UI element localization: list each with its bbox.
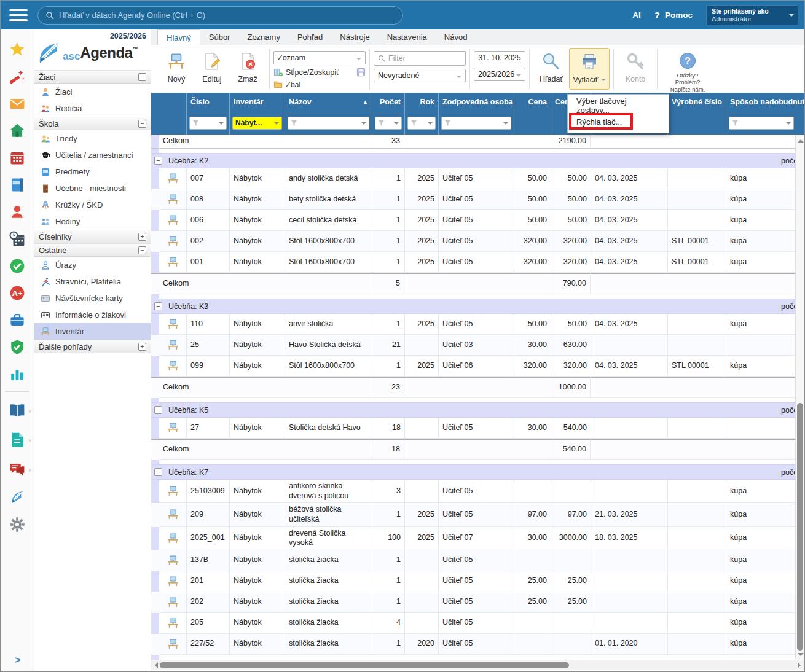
filter-cislo[interactable]	[189, 117, 227, 130]
column-header-nazov[interactable]: Názov ▲	[285, 93, 372, 111]
status-select[interactable]: Nevyradené	[374, 69, 466, 82]
expand-box-icon[interactable]: +	[138, 233, 146, 241]
column-header-cislo[interactable]: Číslo	[186, 93, 229, 111]
rail-button-library-book-icon[interactable]	[1, 396, 34, 425]
sidebar-item-predmety[interactable]: Predmety	[34, 163, 151, 180]
rail-button-mail-icon[interactable]	[1, 90, 34, 117]
tab-Návod[interactable]: Návod	[436, 29, 476, 45]
sidebar-item-ucitelia[interactable]: Učitelia / zamestnanci	[34, 147, 151, 163]
collapse-box-icon[interactable]: −	[138, 120, 146, 128]
inventory-row[interactable]: 007Nábytokandy stolička detská 12025Učit…	[151, 168, 795, 189]
inventory-row[interactable]: 209Nábytokbéžová stolička učiteľská 1202…	[151, 503, 795, 526]
logged-in-user-menu[interactable]: Ste prihlásený ako Administrátor	[706, 5, 798, 25]
sidebar-item-ucebne[interactable]: Učebne - miestnosti	[34, 180, 151, 197]
scroll-right-icon[interactable]	[798, 662, 804, 668]
rail-button-notebook-icon[interactable]	[1, 171, 34, 198]
sidebar-item-inventar[interactable]: Inventár	[34, 323, 151, 340]
tab-Súbor[interactable]: Súbor	[200, 29, 239, 45]
columns-group-button[interactable]: Stĺpce/Zoskupiť	[273, 68, 366, 77]
tab-Nástroje[interactable]: Nástroje	[331, 29, 378, 45]
column-header-sposob-nadobudnutia[interactable]: Spôsob nadobudnutia	[726, 93, 796, 111]
collapse-box-icon[interactable]: −	[138, 73, 146, 81]
ai-button[interactable]: AI	[632, 10, 641, 20]
search-button[interactable]: Hľadať	[533, 48, 569, 90]
print-button[interactable]: Vytlačiť	[569, 48, 610, 90]
rail-button-shield-check-icon[interactable]	[1, 334, 34, 361]
column-header-cena[interactable]: Cena	[514, 93, 551, 111]
sidebar-section-skola[interactable]: Škola −	[34, 117, 151, 130]
scroll-up-icon[interactable]	[798, 136, 804, 143]
expand-rail-chevron[interactable]: >	[1, 654, 34, 666]
tab-Zoznamy[interactable]: Zoznamy	[238, 29, 288, 45]
sidebar-item-informacie-o-ziakovi[interactable]: Informácie o žiakovi	[34, 307, 151, 323]
new-button[interactable]: Nový	[159, 48, 194, 90]
tab-Pohľad[interactable]: Pohľad	[289, 29, 331, 45]
rail-button-bar-chart-icon[interactable]	[1, 361, 34, 388]
contact-help-button[interactable]: Otázky? Problém? Napíšte nám.	[661, 48, 714, 93]
group-header-row[interactable]: − Učebňa: K5 počet	[151, 402, 795, 418]
date-field[interactable]: 31. 10. 2025	[474, 51, 525, 64]
hamburger-menu-icon[interactable]	[9, 9, 28, 21]
rail-button-grades-icon[interactable]	[1, 279, 34, 307]
sidebar-item-hodiny[interactable]: Hodiny	[34, 213, 151, 230]
global-search-input[interactable]: Hľadať v dátach Agendy Online (Ctrl + G)	[37, 6, 403, 25]
tab-Hlavný[interactable]: Hlavný	[157, 29, 200, 45]
column-header-osoba[interactable]: Zodpovedná osoba	[438, 93, 514, 111]
inventory-row[interactable]: 137BNábytokstolička žiacka 1Učiteľ 05 kú…	[151, 550, 795, 571]
vertical-scrollbar-thumb[interactable]	[797, 403, 803, 651]
filter-nazov[interactable]	[288, 117, 369, 130]
horizontal-scrollbar-thumb[interactable]	[160, 662, 569, 668]
group-header-row[interactable]: − Učebňa: K3 počet	[151, 299, 795, 314]
sidebar-item-navstevnicke-karty[interactable]: Návštevnícke karty	[34, 290, 151, 307]
inventory-row[interactable]: 201Nábytokstolička žiacka 1Učiteľ 05 25.…	[151, 571, 795, 592]
collapse-group-icon[interactable]: −	[154, 468, 162, 476]
rail-button-briefcase-icon[interactable]	[1, 307, 34, 334]
save-icon[interactable]	[356, 68, 366, 77]
rail-button-schedule-icon[interactable]	[1, 225, 34, 252]
sidebar-item-urazy[interactable]: Úrazy	[34, 257, 151, 273]
sidebar-section-ciselniky[interactable]: Číselníky +	[34, 230, 151, 243]
horizontal-scrollbar[interactable]	[151, 660, 804, 670]
view-select[interactable]: Zoznam	[273, 51, 366, 64]
rail-button-check-circle-icon[interactable]	[1, 252, 34, 279]
filter-rok[interactable]	[407, 117, 436, 130]
inventory-row[interactable]: 001NábytokStôl 1600x800x700 12025Učiteľ …	[151, 252, 795, 273]
account-button[interactable]: Konto	[618, 48, 653, 90]
sidebar-section-ostatne[interactable]: Ostatné −	[34, 243, 151, 257]
delete-button[interactable]: Zmaž	[230, 48, 265, 90]
rail-button-calendar-icon[interactable]	[1, 144, 34, 171]
inventory-row[interactable]: 006Nábytokcecil stolička detská 12025Uči…	[151, 210, 795, 231]
filter-input[interactable]: Filter	[374, 51, 466, 66]
inventory-row[interactable]: 227/52Nábytokstolička žiacka 12020Učiteľ…	[151, 634, 795, 655]
inventory-row[interactable]: 110Nábytokanvir stolička 12025Učiteľ 05 …	[151, 314, 795, 335]
sidebar-item-ziaci[interactable]: Žiaci	[34, 84, 151, 100]
rail-button-home-icon[interactable]	[1, 117, 34, 144]
sidebar-item-triedy[interactable]: Triedy	[34, 130, 151, 147]
rail-button-gear-icon[interactable]	[1, 511, 34, 538]
scroll-left-icon[interactable]	[152, 662, 158, 668]
tab-Nastavenia[interactable]: Nastavenia	[379, 29, 436, 45]
edit-button[interactable]: Edituj	[194, 48, 230, 90]
column-header-pocet[interactable]: Počet	[372, 93, 404, 111]
collapse-group-icon[interactable]: −	[154, 157, 162, 165]
column-header-vyrobne-cislo[interactable]: Výrobné číslo	[667, 93, 726, 111]
rail-button-asc-pencil-icon[interactable]	[1, 484, 34, 511]
collapse-box-icon[interactable]: −	[138, 246, 146, 254]
inventory-row[interactable]: 202Nábytokstolička žiacka 1Učiteľ 05 25.…	[151, 592, 795, 613]
sidebar-item-stravnici[interactable]: Stravníci, Platitelia	[34, 273, 151, 290]
rail-button-chat-icon[interactable]	[1, 455, 34, 484]
rail-button-person-icon[interactable]	[1, 198, 34, 225]
school-year-select[interactable]: 2025/2026	[474, 68, 525, 81]
collapse-group-icon[interactable]: −	[154, 406, 162, 414]
rail-button-magic-wand-icon[interactable]	[1, 63, 34, 90]
group-header-row[interactable]: − Učebňa: K2 počet	[151, 153, 795, 168]
column-header-rok[interactable]: Rok	[404, 93, 438, 111]
filter-pocet[interactable]	[375, 117, 402, 130]
scroll-down-icon[interactable]	[798, 653, 804, 659]
expand-box-icon[interactable]: +	[138, 343, 146, 351]
collapse-all-button[interactable]: Zbal	[273, 80, 366, 89]
sidebar-section-dalsie-pohlady[interactable]: Ďalšie pohľady +	[34, 340, 151, 353]
collapse-group-icon[interactable]: −	[154, 302, 162, 310]
inventory-row[interactable]: 2025_001Nábytokdrevená Stolička vysoká 1…	[151, 527, 795, 550]
group-header-row[interactable]: − Učebňa: K7 počet	[151, 464, 795, 480]
